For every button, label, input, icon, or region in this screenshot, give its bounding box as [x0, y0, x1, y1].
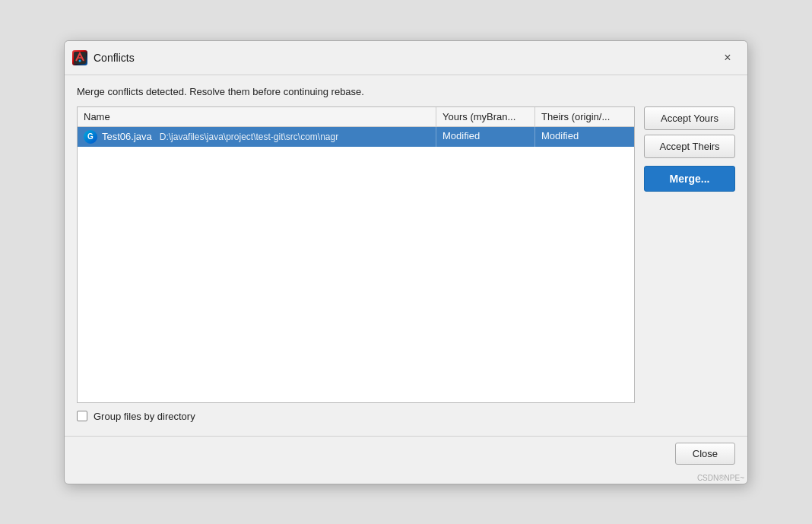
dialog-footer: Close: [65, 436, 747, 474]
group-by-directory-label: Group files by directory: [94, 411, 195, 422]
close-button[interactable]: Close: [675, 443, 735, 465]
col-header-theirs: Theirs (origin/...: [535, 107, 634, 126]
table-row[interactable]: G Test06.java D:\javafiles\java\project\…: [78, 127, 634, 147]
table-header: Name Yours (myBran... Theirs (origin/...: [78, 107, 634, 127]
conflicts-dialog: Conflicts × Merge conflicts detected. Re…: [64, 40, 748, 484]
subtitle-text: Merge conflicts detected. Resolve them b…: [77, 86, 735, 97]
td-yours-status: Modified: [436, 127, 535, 147]
dialog-title: Conflicts: [94, 52, 135, 64]
merge-button[interactable]: Merge...: [644, 166, 735, 192]
accept-theirs-button[interactable]: Accept Theirs: [644, 135, 735, 158]
col-header-name: Name: [78, 107, 436, 126]
table-body: G Test06.java D:\javafiles\java\project\…: [78, 127, 634, 402]
title-bar-left: Conflicts: [72, 50, 135, 65]
td-theirs-status: Modified: [535, 127, 634, 147]
file-path: D:\javafiles\java\project\test-git\src\c…: [160, 132, 338, 142]
group-by-directory-checkbox[interactable]: [77, 411, 87, 421]
app-icon-inner: [72, 50, 87, 65]
window-close-button[interactable]: ×: [717, 47, 738, 68]
td-name: G Test06.java D:\javafiles\java\project\…: [78, 127, 436, 147]
app-icon: [72, 50, 87, 65]
file-icon: G: [84, 130, 97, 144]
col-header-yours: Yours (myBran...: [436, 107, 535, 126]
conflicts-table: Name Yours (myBran... Theirs (origin/...…: [77, 106, 635, 403]
watermark: CSDN®NPE~: [65, 474, 747, 484]
buttons-panel: Accept Yours Accept Theirs Merge...: [644, 106, 735, 403]
content-area: Name Yours (myBran... Theirs (origin/...…: [77, 106, 735, 403]
file-name: Test06.java: [102, 131, 152, 142]
svg-point-1: [79, 59, 81, 62]
dialog-body: Merge conflicts detected. Resolve them b…: [65, 75, 747, 436]
footer-row: Group files by directory: [77, 403, 735, 425]
title-bar: Conflicts ×: [65, 41, 747, 75]
accept-yours-button[interactable]: Accept Yours: [644, 106, 735, 130]
